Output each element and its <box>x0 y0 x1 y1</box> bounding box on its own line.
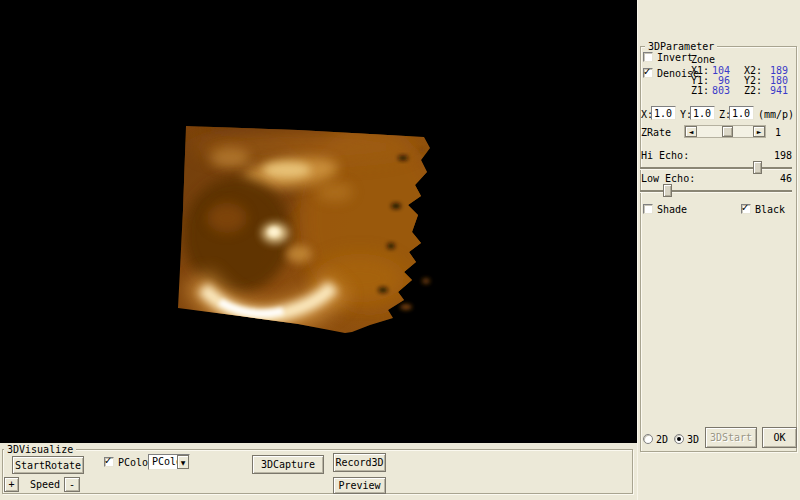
check-icon: ✓ <box>104 455 112 466</box>
visualize-panel: 3DVisualize StartRotate + Speed - ✓ PCol… <box>0 443 637 500</box>
ok-button[interactable]: OK <box>762 427 797 448</box>
zrate-right-arrow-icon[interactable]: ► <box>753 126 765 137</box>
ultrasound-volume-image <box>175 120 435 340</box>
mode-2d-label: 2D <box>656 435 668 445</box>
invert-label: Invert <box>657 53 693 63</box>
speed-minus-button[interactable]: - <box>64 477 80 492</box>
check-icon: ✓ <box>741 202 749 213</box>
check-icon: ✓ <box>643 66 651 77</box>
shade-label: Shade <box>657 205 687 215</box>
z-scale-input[interactable] <box>729 106 754 120</box>
speed-label: Speed <box>30 480 60 490</box>
invert-checkbox[interactable]: ✓ <box>643 52 653 62</box>
zrate-scrollbar[interactable]: ◄ ► <box>684 125 766 138</box>
low-echo-thumb[interactable] <box>663 184 672 197</box>
record3d-button[interactable]: Record3D <box>333 453 386 472</box>
radio-dot-icon <box>677 437 681 441</box>
mode-3d-label: 3D <box>687 435 699 445</box>
low-echo-value: 46 <box>774 174 792 184</box>
zone-z2-label: Z2: <box>744 86 762 96</box>
denoise-checkbox[interactable]: ✓ <box>643 68 653 78</box>
zone-z1-value: 803 <box>708 86 730 96</box>
zrate-thumb[interactable] <box>722 126 733 137</box>
shade-checkbox[interactable]: ✓ <box>643 204 653 214</box>
preview-button[interactable]: Preview <box>333 477 386 494</box>
zrate-track[interactable] <box>697 126 753 137</box>
scale-unit-label: (mm/p) <box>758 110 794 120</box>
low-echo-slider[interactable] <box>640 184 792 198</box>
hi-echo-label: Hi Echo: <box>641 151 689 161</box>
hi-echo-thumb[interactable] <box>753 161 762 174</box>
mode-3d-radio[interactable] <box>674 434 684 444</box>
black-label: Black <box>755 205 785 215</box>
mode-2d-radio[interactable] <box>643 434 653 444</box>
zrate-value: 1 <box>775 128 781 138</box>
start-rotate-button[interactable]: StartRotate <box>12 456 84 474</box>
start3d-button[interactable]: 3DStart <box>705 427 757 448</box>
dropdown-arrow-icon[interactable]: ▼ <box>177 455 189 469</box>
pcolor-checkbox[interactable]: ✓ <box>104 457 114 467</box>
x-scale-input[interactable] <box>651 106 676 120</box>
zone-z2-value: 941 <box>766 86 788 96</box>
zone-z1-label: Z1: <box>691 86 709 96</box>
black-checkbox[interactable]: ✓ <box>741 204 751 214</box>
visualize-group-label: 3DVisualize <box>4 444 76 455</box>
hi-echo-value: 198 <box>774 151 792 161</box>
zrate-left-arrow-icon[interactable]: ◄ <box>685 126 697 137</box>
zrate-label: ZRate <box>641 128 671 138</box>
y-scale-input[interactable] <box>690 106 715 120</box>
hi-echo-track[interactable] <box>640 167 792 169</box>
parameter-panel: 3DParameter ✓ Invert ✓ Denoise Zone X1: … <box>637 0 800 500</box>
zone-label: Zone <box>691 55 715 65</box>
render-viewport[interactable] <box>0 0 637 443</box>
capture3d-button[interactable]: 3DCapture <box>252 455 324 474</box>
speed-plus-button[interactable]: + <box>4 477 19 492</box>
low-echo-label: Low Echo: <box>641 174 695 184</box>
pcolor-dropdown[interactable]: PColor ▼ <box>148 454 190 470</box>
parameter-group-label: 3DParameter <box>645 41 717 52</box>
